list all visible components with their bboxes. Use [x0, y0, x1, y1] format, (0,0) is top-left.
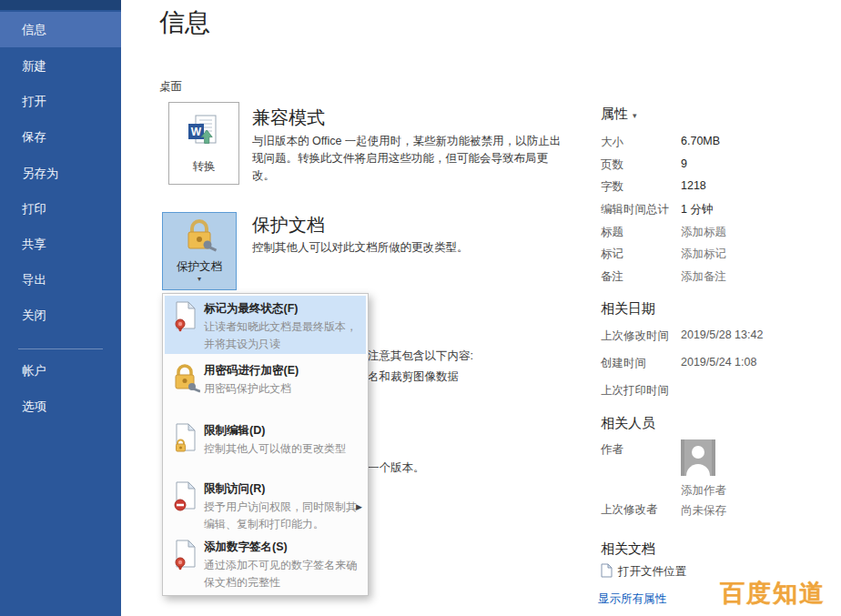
sidebar-top-strip	[0, 0, 121, 10]
prop-value-editing-time: 1 分钟	[681, 202, 713, 217]
menu-item-description: 用密码保护此文档	[204, 380, 360, 398]
page-title: 信息	[159, 5, 210, 40]
sidebar-item-account[interactable]: 帐户	[0, 353, 121, 389]
sidebar-item-save[interactable]: 保存	[0, 119, 121, 155]
digital-signature-icon	[173, 540, 198, 571]
sidebar-item-options[interactable]: 选项	[0, 389, 121, 424]
prop-label-size: 大小	[601, 135, 623, 150]
add-tags-field[interactable]: 添加标记	[681, 247, 726, 262]
menu-item-encrypt-with-password[interactable]: 用密码进行加密(E) 用密码保护此文档	[165, 358, 366, 410]
document-location: 桌面	[159, 79, 182, 95]
compatibility-mode-title: 兼容模式	[252, 106, 325, 130]
related-documents-header: 相关文档	[601, 540, 655, 558]
menu-item-title: 用密码进行加密(E)	[204, 363, 299, 379]
prop-label-editing-time: 编辑时间总计	[601, 202, 669, 217]
menu-item-description: 让读者知晓此文档是最终版本，并将其设为只读	[204, 318, 360, 352]
menu-item-restrict-access[interactable]: 限制访问(R) 授予用户访问权限，同时限制其编辑、复制和打印能力。 ▶	[165, 476, 366, 540]
backstage-sidebar: 信息 新建 打开 保存 另存为 打印 共享 导出 关闭 帐户 选项	[0, 0, 121, 616]
prop-label-comments: 备注	[601, 269, 623, 285]
inspect-document-fragment: 名和裁剪图像数据	[368, 369, 459, 385]
author-avatar[interactable]	[681, 439, 715, 476]
show-all-properties-link[interactable]: 显示所有属性	[598, 591, 666, 607]
last-modified-by-label: 上次修改者	[601, 502, 658, 518]
add-title-field[interactable]: 添加标题	[681, 225, 726, 240]
prop-label-pages: 页数	[601, 157, 623, 173]
sidebar-item-new[interactable]: 新建	[0, 48, 121, 84]
menu-item-title: 限制编辑(D)	[204, 423, 265, 439]
encrypt-password-icon	[173, 363, 198, 394]
prop-label-words: 字数	[601, 179, 623, 195]
properties-header-label: 属性	[601, 106, 628, 121]
dropdown-caret-icon: ▾	[163, 275, 236, 284]
restrict-editing-icon	[173, 423, 198, 454]
date-label-modified: 上次修改时间	[601, 328, 669, 344]
menu-item-title: 添加数字签名(S)	[204, 540, 288, 555]
prop-label-title: 标题	[601, 225, 623, 240]
word-convert-icon: W	[185, 142, 223, 157]
baidu-zhidao-watermark: 百度知道	[720, 577, 826, 610]
menu-item-add-digital-signature[interactable]: 添加数字签名(S) 通过添加不可见的数字签名来确保文档的完整性	[165, 534, 366, 594]
menu-item-restrict-editing[interactable]: 限制编辑(D) 控制其他人可以做的更改类型	[165, 418, 366, 470]
sidebar-item-close[interactable]: 关闭	[0, 298, 121, 333]
submenu-arrow-icon: ▶	[356, 502, 362, 511]
related-dates-header: 相关日期	[601, 300, 655, 318]
menu-item-description: 控制其他人可以做的更改类型	[204, 440, 360, 458]
properties-dropdown-caret-icon[interactable]: ▾	[633, 111, 637, 120]
protect-document-menu: 标记为最终状态(F) 让读者知晓此文档是最终版本，并将其设为只读 用密码进行加密…	[162, 293, 369, 596]
restrict-access-icon	[173, 481, 198, 512]
sidebar-item-print[interactable]: 打印	[0, 191, 121, 227]
sidebar-item-share[interactable]: 共享	[0, 227, 121, 262]
menu-item-mark-as-final[interactable]: 标记为最终状态(F) 让读者知晓此文档是最终版本，并将其设为只读	[165, 296, 366, 354]
author-label: 作者	[601, 442, 623, 458]
lock-key-icon	[179, 243, 219, 258]
menu-item-title: 标记为最终状态(F)	[204, 301, 298, 317]
sidebar-divider	[18, 348, 103, 349]
date-value-created: 2019/5/24 1:08	[681, 356, 756, 369]
sidebar-item-open[interactable]: 打开	[0, 84, 121, 119]
protect-document-button[interactable]: 保护文档 ▾	[162, 212, 237, 290]
protect-document-description: 控制其他人可以对此文档所做的更改类型。	[252, 239, 562, 257]
manage-document-fragment: 一个版本。	[368, 460, 425, 476]
prop-value-size: 6.70MB	[681, 135, 720, 147]
sidebar-item-info[interactable]: 信息	[0, 12, 121, 47]
protect-button-label: 保护文档	[163, 259, 236, 275]
convert-button[interactable]: W 转换	[168, 102, 239, 185]
prop-label-tags: 标记	[601, 247, 623, 262]
related-people-header: 相关人员	[601, 415, 655, 432]
last-modified-by-value: 尚未保存	[681, 503, 726, 519]
date-value-modified: 2019/5/28 13:42	[681, 328, 763, 341]
mark-as-final-icon	[173, 301, 198, 332]
file-icon	[601, 563, 613, 581]
date-label-printed: 上次打印时间	[601, 383, 669, 399]
open-file-location-link[interactable]: 打开文件位置	[601, 563, 686, 581]
sidebar-item-export[interactable]: 导出	[0, 262, 121, 298]
add-comments-field[interactable]: 添加备注	[681, 269, 726, 285]
inspect-document-fragment: 注意其包含以下内容:	[368, 348, 473, 364]
date-label-created: 创建时间	[601, 356, 646, 371]
prop-value-words: 1218	[681, 179, 706, 192]
sidebar-item-saveas[interactable]: 另存为	[0, 156, 121, 191]
prop-value-pages: 9	[681, 157, 687, 170]
menu-item-title: 限制访问(R)	[204, 481, 265, 497]
protect-document-title: 保护文档	[252, 213, 325, 237]
open-file-location-label: 打开文件位置	[618, 564, 686, 580]
properties-header[interactable]: 属性▾	[601, 106, 637, 123]
convert-button-label: 转换	[169, 159, 238, 175]
add-author-field[interactable]: 添加作者	[681, 483, 726, 499]
menu-item-description: 通过添加不可见的数字签名来确保文档的完整性	[204, 557, 360, 591]
svg-text:W: W	[191, 126, 202, 138]
menu-item-description: 授予用户访问权限，同时限制其编辑、复制和打印能力。	[204, 499, 360, 532]
compatibility-mode-description: 与旧版本的 Office 一起使用时，某些新功能被禁用，以防止出现问题。转换此文…	[252, 133, 565, 185]
